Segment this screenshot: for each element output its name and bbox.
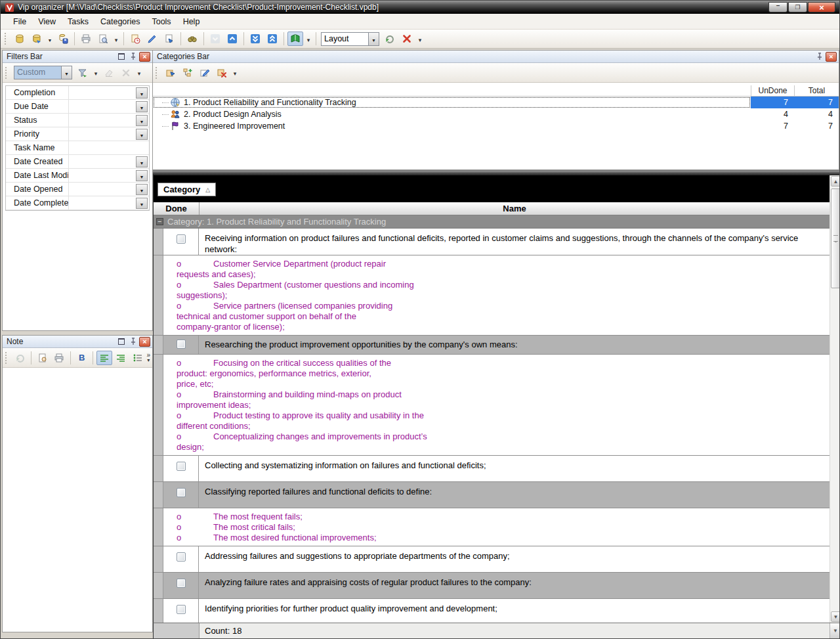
delete-layout-button[interactable] <box>399 32 415 46</box>
filter-dropdown-button[interactable] <box>136 115 148 126</box>
bold-icon[interactable]: B <box>74 351 89 365</box>
filter-value-input[interactable] <box>69 100 135 113</box>
horizontal-splitter[interactable] <box>153 170 840 175</box>
scrollbar-thumb[interactable] <box>831 188 840 288</box>
task-checkbox[interactable] <box>177 462 186 471</box>
print-button[interactable] <box>78 32 94 46</box>
delete-filter-icon[interactable] <box>118 66 134 80</box>
group-by-category-button[interactable]: Category <box>158 183 216 196</box>
filter-dropdown-button[interactable] <box>136 101 148 112</box>
total-column-header[interactable]: Total <box>794 85 839 96</box>
filter-dropdown-button[interactable] <box>136 198 148 209</box>
task-checkbox[interactable] <box>177 579 186 588</box>
new-task-button[interactable] <box>127 32 143 46</box>
categories-pin-icon[interactable] <box>814 52 825 62</box>
scroll-down-icon[interactable]: ▼ <box>831 611 840 622</box>
delete-category-icon[interactable] <box>214 66 230 80</box>
menu-item-tools[interactable]: Tools <box>146 15 177 28</box>
move-down-button[interactable] <box>207 32 223 46</box>
layout-view-button[interactable] <box>287 32 303 46</box>
categories-toolbar-grip[interactable] <box>156 67 159 79</box>
filter-dropdown-button[interactable] <box>136 156 148 167</box>
minimize-button[interactable] <box>768 2 788 12</box>
scroll-up-icon[interactable]: ▲ <box>831 176 840 187</box>
filter-value-input[interactable] <box>69 183 135 196</box>
categories-close-icon[interactable] <box>826 52 837 62</box>
filter-value-input[interactable] <box>69 169 135 182</box>
name-column-header[interactable]: Name <box>200 202 830 215</box>
category-tree-row[interactable]: 2. Product Design Analysis44 <box>153 108 839 120</box>
filters-toolbar-grip[interactable] <box>5 67 9 79</box>
bullet-list-icon[interactable] <box>130 351 145 365</box>
filter-preset-value[interactable]: Custom <box>14 66 61 79</box>
menu-item-file[interactable]: File <box>7 15 32 28</box>
task-checkbox[interactable] <box>177 605 186 614</box>
task-checkbox[interactable] <box>177 552 186 562</box>
clear-filter-icon[interactable] <box>101 66 117 80</box>
restore-button[interactable] <box>788 2 807 12</box>
task-checkbox[interactable] <box>177 340 186 349</box>
menu-item-categories[interactable]: Categories <box>94 15 146 28</box>
category-name-cell[interactable]: 3. Engineered Improvement <box>153 120 751 132</box>
print-preview-button[interactable] <box>95 32 111 46</box>
task-checkbox[interactable] <box>177 234 186 244</box>
filter-dropdown-button[interactable] <box>136 129 148 140</box>
layout-combobox[interactable]: Layout <box>321 32 379 46</box>
collapse-icon[interactable] <box>156 218 163 225</box>
layout-combobox-dropdown[interactable] <box>368 32 379 46</box>
task-row[interactable]: Collecting and systematizing information… <box>154 456 830 482</box>
filters-close-icon[interactable] <box>139 52 150 62</box>
edit-category-icon[interactable] <box>197 66 213 80</box>
menu-item-tasks[interactable]: Tasks <box>62 15 94 28</box>
menu-item-help[interactable]: Help <box>177 15 206 28</box>
filter-value-input[interactable] <box>69 141 149 154</box>
note-toolbar-overflow[interactable]: »▾ <box>146 353 150 363</box>
task-row[interactable]: Addressing failures and suggestions to a… <box>154 546 830 573</box>
menu-item-view[interactable]: View <box>32 15 62 28</box>
search-button[interactable] <box>184 32 200 46</box>
main-toolbar-overflow[interactable] <box>416 32 424 46</box>
category-name-cell[interactable]: 1. Product Reliability and Functionality… <box>153 97 751 108</box>
task-checkbox[interactable] <box>177 488 186 497</box>
task-row[interactable]: Classifying reported failures and functi… <box>154 482 830 508</box>
align-left-icon[interactable] <box>96 351 112 365</box>
note-print-icon[interactable] <box>52 351 67 365</box>
customize-layout-button[interactable] <box>382 32 398 46</box>
filter-value-input[interactable] <box>69 86 135 99</box>
move-to-bottom-button[interactable] <box>247 32 263 46</box>
task-row[interactable]: Analyzing failure rates and appraising c… <box>154 573 830 599</box>
open-database-dropdown[interactable] <box>46 32 54 46</box>
filters-restore-icon[interactable] <box>116 52 127 62</box>
undone-column-header[interactable]: UnDone <box>751 85 794 96</box>
filter-dropdown-button[interactable] <box>136 170 148 181</box>
note-toolbar-grip[interactable] <box>5 352 9 364</box>
task-row[interactable]: Researching the product improvement oppo… <box>154 336 830 355</box>
open-database-button[interactable] <box>29 32 45 46</box>
category-name-cell[interactable]: 2. Product Design Analysis <box>153 108 751 120</box>
category-tree-row[interactable]: 3. Engineered Improvement77 <box>153 120 839 132</box>
save-database-button[interactable] <box>55 32 71 46</box>
new-category-icon[interactable] <box>163 66 178 80</box>
filters-pin-icon[interactable] <box>127 52 138 62</box>
filter-preset-dropdown[interactable] <box>61 66 72 79</box>
layout-view-dropdown[interactable] <box>304 32 312 46</box>
new-database-button[interactable] <box>12 32 28 46</box>
toolbar-grip[interactable] <box>5 33 8 45</box>
layout-combobox-value[interactable]: Layout <box>321 32 368 46</box>
move-up-button[interactable] <box>224 32 240 46</box>
edit-task-button[interactable] <box>144 32 160 46</box>
apply-filter-dropdown[interactable] <box>92 66 100 80</box>
task-row[interactable]: Receiving information on product failure… <box>154 229 830 255</box>
note-pin-icon[interactable] <box>127 337 138 347</box>
title-bar[interactable]: Vip organizer [M:\Vlad\Checklists\Produc… <box>1 1 839 14</box>
apply-note-icon[interactable] <box>12 351 28 365</box>
filter-value-input[interactable] <box>69 196 135 209</box>
filter-value-input[interactable] <box>69 114 135 127</box>
task-row[interactable]: Identifying priorities for further produ… <box>154 599 830 623</box>
done-column-header[interactable]: Done <box>154 202 200 215</box>
filter-value-input[interactable] <box>69 155 135 168</box>
close-button[interactable] <box>808 2 835 12</box>
note-close-icon[interactable] <box>139 337 150 347</box>
category-tree-row[interactable]: 1. Product Reliability and Functionality… <box>153 97 839 108</box>
category-group-row[interactable]: Category: 1. Product Reliability and Fun… <box>154 215 830 229</box>
